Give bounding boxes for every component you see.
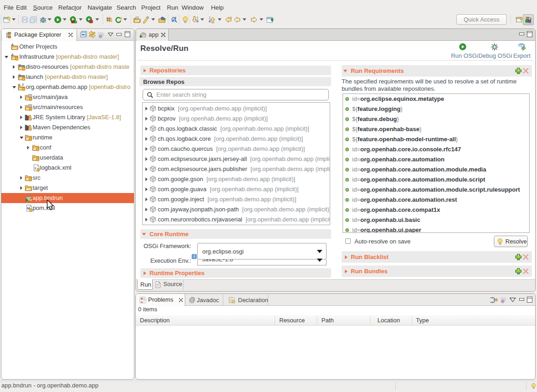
svg-text:y: y (34, 166, 37, 170)
svg-text:J: J (11, 43, 13, 47)
svg-text:J: J (11, 53, 13, 57)
svg-text:J: J (22, 83, 23, 87)
